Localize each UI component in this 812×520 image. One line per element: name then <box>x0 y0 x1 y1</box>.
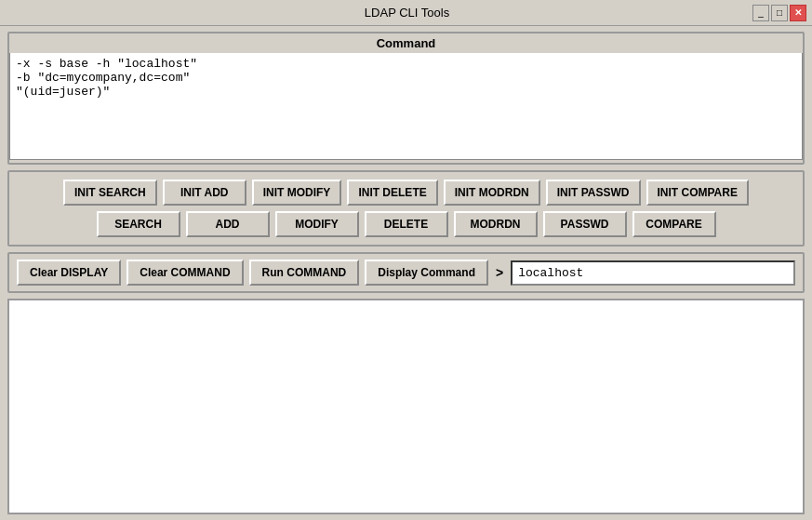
buttons-panel: INIT SEARCH INIT ADD INIT MODIFY INIT DE… <box>7 170 805 247</box>
display-command-button[interactable]: Display Command <box>365 260 488 286</box>
command-panel-label: Command <box>9 33 803 53</box>
title-bar: LDAP CLI Tools _ □ ✕ <box>0 0 812 26</box>
modrdn-button[interactable]: MODRDN <box>454 211 538 237</box>
modify-button[interactable]: MODIFY <box>275 211 359 237</box>
search-button[interactable]: SEARCH <box>97 211 180 237</box>
controls-panel: Clear DISPLAY Clear COMMAND Run COMMAND … <box>7 252 805 293</box>
command-panel: Command <box>7 32 805 165</box>
command-textarea[interactable] <box>9 53 803 160</box>
window-title: LDAP CLI Tools <box>61 6 752 20</box>
init-buttons-row: INIT SEARCH INIT ADD INIT MODIFY INIT DE… <box>15 180 797 206</box>
main-content: Command INIT SEARCH INIT ADD INIT MODIFY… <box>0 26 812 520</box>
delete-button[interactable]: DELETE <box>365 211 448 237</box>
init-modrdn-button[interactable]: INIT MODRDN <box>444 180 540 206</box>
output-textarea[interactable] <box>9 300 803 513</box>
clear-display-button[interactable]: Clear DISPLAY <box>17 260 121 286</box>
minimize-button[interactable]: _ <box>752 5 769 21</box>
add-button[interactable]: ADD <box>186 211 270 237</box>
init-delete-button[interactable]: INIT DELETE <box>347 180 437 206</box>
host-input[interactable] <box>511 260 795 286</box>
close-button[interactable]: ✕ <box>790 5 806 21</box>
action-buttons-row: SEARCH ADD MODIFY DELETE MODRDN PASSWD C… <box>15 211 797 237</box>
arrow-icon: > <box>494 265 505 280</box>
output-panel <box>7 299 805 514</box>
init-passwd-button[interactable]: INIT PASSWD <box>546 180 641 206</box>
passwd-button[interactable]: PASSWD <box>543 211 627 237</box>
compare-button[interactable]: COMPARE <box>632 211 716 237</box>
init-modify-button[interactable]: INIT MODIFY <box>252 180 342 206</box>
init-add-button[interactable]: INIT ADD <box>163 180 246 206</box>
window-controls: _ □ ✕ <box>752 5 806 21</box>
init-compare-button[interactable]: INIT COMPARE <box>646 180 749 206</box>
maximize-button[interactable]: □ <box>771 5 788 21</box>
init-search-button[interactable]: INIT SEARCH <box>63 180 157 206</box>
run-command-button[interactable]: Run COMMAND <box>249 260 360 286</box>
clear-command-button[interactable]: Clear COMMAND <box>126 260 243 286</box>
